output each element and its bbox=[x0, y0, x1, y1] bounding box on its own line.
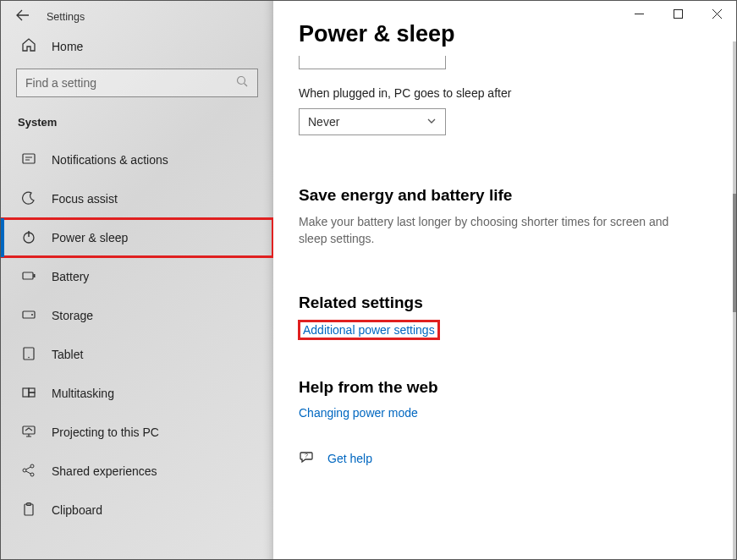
nav-label: Notifications & actions bbox=[52, 153, 168, 167]
nav-item-clipboard[interactable]: Clipboard bbox=[1, 491, 273, 530]
nav-home[interactable]: Home bbox=[1, 29, 273, 63]
nav-item-power-sleep[interactable]: Power & sleep bbox=[1, 218, 273, 257]
main-pane: Power & sleep Never ⌄ When plugged in, P… bbox=[273, 1, 736, 559]
nav-label: Power & sleep bbox=[52, 231, 128, 244]
multitasking-icon bbox=[21, 385, 36, 403]
nav-label: Projecting to this PC bbox=[52, 425, 159, 439]
notifications-icon bbox=[21, 151, 36, 169]
content: Power & sleep Never ⌄ When plugged in, P… bbox=[273, 1, 736, 468]
svg-point-18 bbox=[30, 464, 34, 468]
share-icon bbox=[21, 463, 36, 480]
nav-label: Tablet bbox=[52, 348, 83, 361]
changing-power-mode-link[interactable]: Changing power mode bbox=[299, 406, 418, 420]
nav-item-tablet[interactable]: Tablet bbox=[1, 335, 273, 374]
save-energy-desc: Make your battery last longer by choosin… bbox=[299, 213, 696, 248]
nav-label: Multitasking bbox=[52, 387, 114, 400]
moon-icon bbox=[21, 190, 36, 208]
chat-icon: ? bbox=[299, 449, 314, 468]
screen-sleep-dropdown-partial[interactable]: Never ⌄ bbox=[299, 56, 446, 69]
section-label: System bbox=[1, 113, 273, 140]
nav-list: Notifications & actions Focus assist Pow… bbox=[1, 140, 273, 530]
svg-point-10 bbox=[31, 314, 33, 316]
sleep-label: When plugged in, PC goes to sleep after bbox=[299, 86, 711, 100]
nav-home-label: Home bbox=[52, 40, 83, 53]
chevron-down-icon bbox=[426, 116, 437, 129]
sidebar: Settings Home Find a setting System Noti… bbox=[1, 1, 273, 559]
battery-icon bbox=[21, 268, 36, 286]
nav-item-notifications[interactable]: Notifications & actions bbox=[1, 140, 273, 179]
get-help-link[interactable]: Get help bbox=[327, 452, 372, 465]
projecting-icon bbox=[21, 424, 36, 442]
svg-rect-7 bbox=[23, 272, 33, 279]
window-controls bbox=[619, 1, 736, 26]
nav-label: Storage bbox=[52, 309, 93, 322]
scrollbar[interactable] bbox=[733, 41, 736, 559]
settings-window: Settings Home Find a setting System Noti… bbox=[0, 0, 737, 560]
svg-text:?: ? bbox=[305, 453, 308, 458]
tablet-icon bbox=[21, 346, 36, 364]
svg-point-17 bbox=[23, 469, 26, 472]
clipboard-icon bbox=[21, 502, 36, 519]
svg-rect-25 bbox=[674, 9, 682, 18]
svg-line-20 bbox=[26, 467, 31, 469]
related-settings-heading: Related settings bbox=[299, 294, 711, 312]
storage-icon bbox=[21, 307, 36, 325]
svg-rect-15 bbox=[29, 393, 35, 397]
app-title: Settings bbox=[47, 11, 85, 23]
svg-rect-2 bbox=[23, 154, 35, 163]
svg-line-21 bbox=[26, 471, 31, 474]
svg-line-1 bbox=[245, 84, 248, 87]
back-button[interactable] bbox=[16, 9, 30, 24]
save-energy-heading: Save energy and battery life bbox=[299, 186, 711, 205]
search-placeholder: Find a setting bbox=[25, 76, 96, 90]
nav-item-shared-experiences[interactable]: Shared experiences bbox=[1, 452, 273, 491]
search-icon bbox=[236, 75, 249, 91]
nav-label: Shared experiences bbox=[52, 464, 157, 478]
nav-item-storage[interactable]: Storage bbox=[1, 296, 273, 335]
svg-point-12 bbox=[28, 356, 30, 358]
svg-rect-8 bbox=[34, 274, 36, 277]
svg-point-0 bbox=[238, 77, 245, 85]
svg-point-19 bbox=[30, 473, 34, 476]
sleep-dropdown[interactable]: Never bbox=[299, 108, 446, 135]
nav-item-battery[interactable]: Battery bbox=[1, 257, 273, 296]
home-icon bbox=[21, 37, 36, 55]
close-button[interactable] bbox=[697, 1, 736, 26]
nav-item-focus-assist[interactable]: Focus assist bbox=[1, 179, 273, 218]
get-help-row[interactable]: ? Get help bbox=[299, 449, 711, 468]
maximize-button[interactable] bbox=[658, 1, 697, 26]
nav-item-multitasking[interactable]: Multitasking bbox=[1, 374, 273, 413]
titlebar-left: Settings bbox=[1, 1, 273, 29]
dropdown-value: Never bbox=[308, 115, 339, 129]
power-icon bbox=[21, 229, 36, 247]
minimize-button[interactable] bbox=[619, 1, 658, 26]
svg-rect-14 bbox=[29, 388, 35, 393]
search-input[interactable]: Find a setting bbox=[16, 69, 258, 97]
nav-label: Battery bbox=[52, 270, 89, 283]
help-from-web-heading: Help from the web bbox=[299, 378, 711, 397]
nav-label: Focus assist bbox=[52, 192, 118, 206]
additional-power-settings-link[interactable]: Additional power settings bbox=[299, 321, 439, 339]
nav-item-projecting[interactable]: Projecting to this PC bbox=[1, 413, 273, 452]
nav-label: Clipboard bbox=[52, 503, 102, 517]
svg-rect-13 bbox=[23, 388, 29, 397]
